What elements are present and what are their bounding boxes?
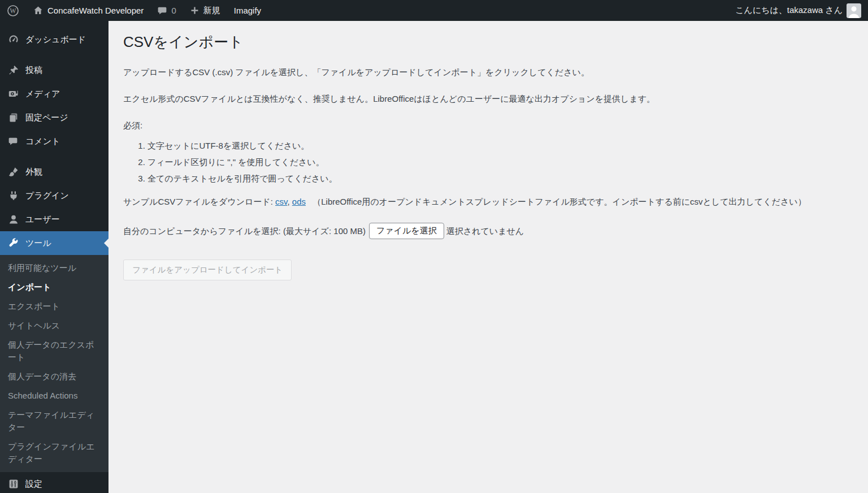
dashboard-icon [8,34,19,45]
excel-compat-note: エクセル形式のCSVファイルとは互換性がなく、推奨しません。LibreOffic… [123,93,853,105]
requirement-item: 文字セットにUTF-8を選択してください。 [147,141,853,152]
sidebar-label: ツール [25,238,51,249]
sidebar-item-pages[interactable]: 固定ページ [0,106,108,129]
avatar [847,3,861,18]
plus-icon [190,6,199,15]
pin-icon [8,64,19,76]
submenu-item-available-tools[interactable]: 利用可能なツール [0,258,108,278]
sidebar-label: 外観 [25,167,42,178]
requirements-list: 文字セットにUTF-8を選択してください。 フィールド区切りに "," を使用し… [123,141,853,184]
sidebar-label: 投稿 [25,65,42,76]
upload-import-button[interactable]: ファイルをアップロードしてインポート [123,260,292,280]
new-label: 新規 [203,5,220,16]
site-name: ConcafeWatch Developer [47,6,144,15]
sidebar-item-dashboard[interactable]: ダッシュボード [0,28,108,51]
my-account-link[interactable]: こんにちは、takazawa さん [734,0,862,21]
pages-icon [8,112,19,123]
sidebar-label: 設定 [25,479,42,490]
comments-link[interactable]: 0 [150,0,183,21]
csv-sample-link[interactable]: csv [275,197,287,206]
sample-download-line: サンプルCSVファイルをダウンロード: csv, ods （LibreOffic… [123,196,853,208]
user-icon [8,214,19,225]
submenu-item-import[interactable]: インポート [0,278,108,297]
menu-separator [0,51,108,58]
imagify-label: Imagify [234,6,261,15]
sidebar-item-comments[interactable]: コメント [0,129,108,153]
submenu-item-export-personal-data[interactable]: 個人データのエクスポート [0,335,108,367]
settings-icon [8,478,19,490]
imagify-menu-item[interactable]: Imagify [227,0,268,21]
choose-file-button[interactable]: ファイルを選択 [369,223,444,239]
page-title: CSVをインポート [123,33,853,51]
home-icon [33,5,44,16]
site-name-link[interactable]: ConcafeWatch Developer [26,0,150,21]
file-picker-status: 選択されていません [446,225,524,237]
sidebar-item-users[interactable]: ユーザー [0,207,108,231]
submenu-item-scheduled-actions[interactable]: Scheduled Actions [0,386,108,405]
svg-text:W: W [10,7,16,14]
wordpress-logo-icon: W [7,5,19,17]
requirement-item: 全てのテキストセルを引用符で囲ってください。 [147,174,853,184]
admin-bar: W ConcafeWatch Developer 0 [0,0,868,21]
new-content-button[interactable]: 新規 [183,0,227,21]
sidebar-label: プラグイン [25,191,69,201]
ods-sample-link[interactable]: ods [292,197,306,206]
sample-prefix: サンプルCSVファイルをダウンロード: [123,197,273,206]
media-icon [8,88,19,100]
submenu-item-site-health[interactable]: サイトヘルス [0,316,108,335]
brush-icon [8,166,19,178]
sidebar-item-posts[interactable]: 投稿 [0,58,108,82]
comment-count: 0 [171,6,176,15]
submenu-item-erase-personal-data[interactable]: 個人データの消去 [0,367,108,386]
wrench-icon [8,237,19,249]
required-label: 必須: [123,119,853,132]
sidebar-label: ダッシュボード [25,34,86,45]
main-content: CSVをインポート アップロードするCSV (.csv) ファイルを選択し、「フ… [108,21,868,293]
sidebar-label: 固定ページ [25,113,68,123]
greeting-text: こんにちは、takazawa さん [735,5,843,16]
submenu-item-plugin-file-editor[interactable]: プラグインファイルエディター [0,437,108,469]
sidebar-item-tools[interactable]: ツール [0,231,108,255]
comments-bubble-icon [157,6,167,16]
link-separator: , [288,197,290,206]
sidebar-item-media[interactable]: メディア [0,82,108,106]
intro-text: アップロードするCSV (.csv) ファイルを選択し、「ファイルをアップロード… [123,66,853,79]
sidebar-item-settings[interactable]: 設定 [0,472,108,493]
sidebar-label: メディア [25,89,60,100]
sample-note: （LibreOffice用のオープンドキュメントスプレッドシートファイル形式です… [313,197,806,206]
menu-separator [0,153,108,160]
tools-submenu: 利用可能なツール インポート エクスポート サイトヘルス 個人データのエクスポー… [0,255,108,472]
submenu-item-theme-file-editor[interactable]: テーマファイルエディター [0,405,108,437]
sidebar-label: ユーザー [25,214,60,225]
requirement-item: フィールド区切りに "," を使用してください。 [147,157,853,168]
comment-icon [8,136,19,146]
sidebar-label: コメント [25,136,60,147]
sidebar-item-plugins[interactable]: プラグイン [0,184,108,207]
wordpress-logo-button[interactable]: W [0,0,26,21]
file-picker-row: 自分のコンピュータからファイルを選択: (最大サイズ: 100 MB) ファイル… [123,223,853,239]
submenu-item-export[interactable]: エクスポート [0,297,108,316]
admin-sidebar: ダッシュボード 投稿 メディア [0,21,108,493]
plugin-icon [8,190,19,201]
file-picker-label: 自分のコンピュータからファイルを選択: (最大サイズ: 100 MB) [123,225,366,237]
sidebar-item-appearance[interactable]: 外観 [0,160,108,184]
